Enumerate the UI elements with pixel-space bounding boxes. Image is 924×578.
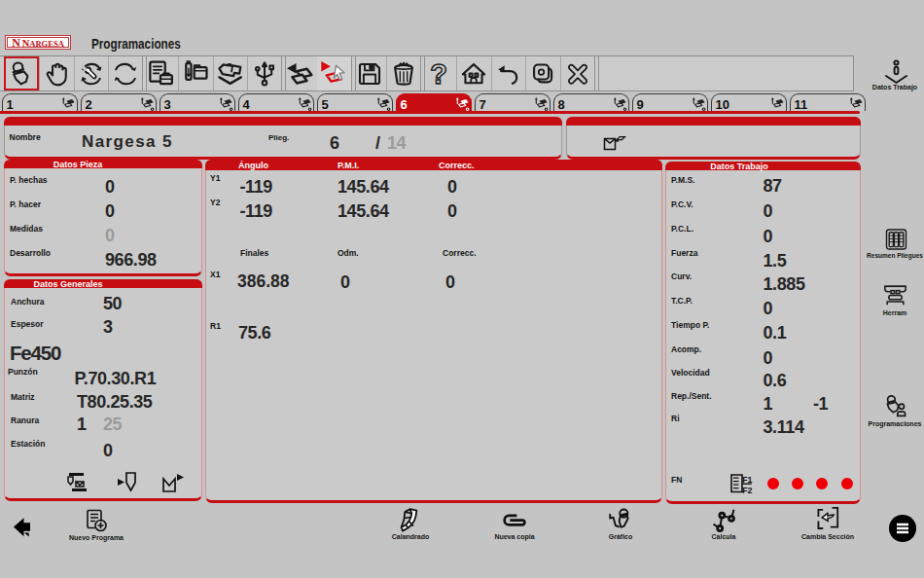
svg-text:F2: F2	[742, 486, 752, 494]
svg-text:F1: F1	[742, 475, 752, 485]
svg-text:?: ?	[430, 59, 447, 89]
